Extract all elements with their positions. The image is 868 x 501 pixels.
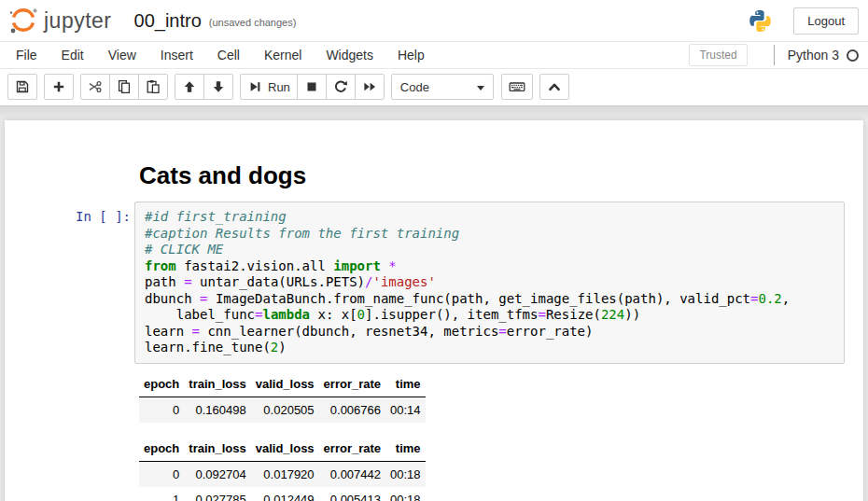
cut-button[interactable] <box>80 74 110 100</box>
app-chrome: jupyter 00_intro (unsaved changes) Logou… <box>0 0 868 105</box>
cut-icon <box>88 79 103 94</box>
command-palette-button[interactable] <box>501 74 533 100</box>
restart-run-all-icon <box>362 79 377 94</box>
menu-cell[interactable]: Cell <box>205 43 252 67</box>
paste-icon <box>146 79 161 94</box>
copy-button[interactable] <box>109 74 139 100</box>
notebook-container: Cats and dogs In [ ]: #id first_training… <box>5 120 863 501</box>
copy-icon <box>117 79 132 94</box>
menu-widgets[interactable]: Widgets <box>314 43 385 67</box>
checkpoint-status: (unsaved changes) <box>209 17 297 28</box>
move-down-icon <box>211 79 226 94</box>
jupyter-logo[interactable]: jupyter <box>7 7 112 35</box>
run-button[interactable]: Run <box>240 74 298 100</box>
insert-group <box>44 74 74 100</box>
menu-view[interactable]: View <box>96 43 148 67</box>
restart-icon <box>333 79 348 94</box>
restart-run-all-button[interactable] <box>355 74 385 100</box>
toolbar: Run <box>0 69 868 105</box>
table-row: 00.0927040.0179200.00744200:18 <box>139 461 426 487</box>
add-cell-icon <box>51 79 66 94</box>
save-icon <box>15 79 30 94</box>
move-group <box>175 74 233 100</box>
code-line: dbunch = ImageDataBunch.from_name_func(p… <box>145 291 834 308</box>
move-up-icon <box>182 79 197 94</box>
menu-file[interactable]: File <box>4 43 49 67</box>
cell-type-select[interactable]: Code <box>391 74 494 100</box>
output-table: epochtrain_lossvalid_losserror_ratetime0… <box>139 436 845 501</box>
code-line: #caption Results from the first training <box>145 226 834 243</box>
code-line: from fastai2.vision.all import * <box>145 258 834 275</box>
keyboard-icon <box>509 79 525 94</box>
code-line: path = untar_data(URLs.PETS)/'images' <box>145 274 834 291</box>
menubar: File Edit View Insert Cell Kernel Widget… <box>0 41 868 69</box>
trusted-button[interactable]: Trusted <box>689 44 747 66</box>
code-cell: In [ ]: #id first_training#caption Resul… <box>76 202 845 364</box>
code-line: # CLICK ME <box>145 242 834 258</box>
code-line: #id first_training <box>145 209 834 226</box>
notebook-title[interactable]: 00_intro <box>134 10 202 32</box>
table-row: 00.1604980.0205050.00676600:14 <box>139 397 426 423</box>
interrupt-kernel-button[interactable] <box>297 74 327 100</box>
move-down-button[interactable] <box>203 74 233 100</box>
titlebar-right: Logout <box>748 7 859 35</box>
logout-button[interactable]: Logout <box>793 7 859 35</box>
code-line: learn.fine_tune(2) <box>145 340 834 356</box>
scroll-up-button[interactable] <box>539 74 569 100</box>
menu-help[interactable]: Help <box>385 43 437 67</box>
code-editor[interactable]: #id first_training#caption Results from … <box>134 202 845 364</box>
python-logo-icon <box>748 8 773 34</box>
divider <box>774 45 775 65</box>
save-button[interactable] <box>7 74 37 100</box>
table-header-row: epochtrain_lossvalid_losserror_ratetime <box>139 371 426 397</box>
cell-output-area: epochtrain_lossvalid_losserror_ratetime0… <box>139 371 845 501</box>
run-group: Run <box>240 74 385 100</box>
stop-icon <box>304 79 319 94</box>
table-header-row: epochtrain_lossvalid_losserror_ratetime <box>139 436 426 462</box>
kernel-idle-icon <box>847 49 859 62</box>
header-shadow-band <box>0 105 868 120</box>
menubar-right: Trusted Python 3 <box>689 44 859 66</box>
restart-kernel-button[interactable] <box>326 74 356 100</box>
output-table: epochtrain_lossvalid_losserror_ratetime0… <box>139 371 845 423</box>
run-button-label: Run <box>268 80 290 94</box>
caret-down-icon <box>477 86 484 90</box>
save-group <box>7 74 37 100</box>
menu-edit[interactable]: Edit <box>49 43 96 67</box>
edit-group <box>80 74 168 100</box>
cell-type-value: Code <box>400 80 429 94</box>
scroll-group <box>539 74 569 100</box>
table-row: 10.0277850.0124490.00541300:18 <box>139 487 426 501</box>
titlebar: jupyter 00_intro (unsaved changes) Logou… <box>0 0 868 41</box>
cell-input-prompt: In [ ]: <box>76 202 130 364</box>
code-line: label_func=lambda x: x[0].isupper(), ite… <box>145 307 834 324</box>
move-up-button[interactable] <box>175 74 204 100</box>
chevron-up-icon <box>547 79 562 94</box>
palette-group <box>501 74 533 100</box>
add-cell-button[interactable] <box>44 74 74 100</box>
jupyter-logo-text: jupyter <box>44 8 112 34</box>
kernel-name: Python 3 <box>788 48 839 63</box>
menu-kernel[interactable]: Kernel <box>252 43 314 67</box>
menu-insert[interactable]: Insert <box>148 43 205 67</box>
jupyter-logo-icon <box>7 7 39 35</box>
code-line: learn = cnn_learner(dbunch, resnet34, me… <box>145 324 834 341</box>
run-icon <box>247 79 262 94</box>
paste-button[interactable] <box>138 74 168 100</box>
markdown-cell-heading[interactable]: Cats and dogs <box>139 162 863 188</box>
